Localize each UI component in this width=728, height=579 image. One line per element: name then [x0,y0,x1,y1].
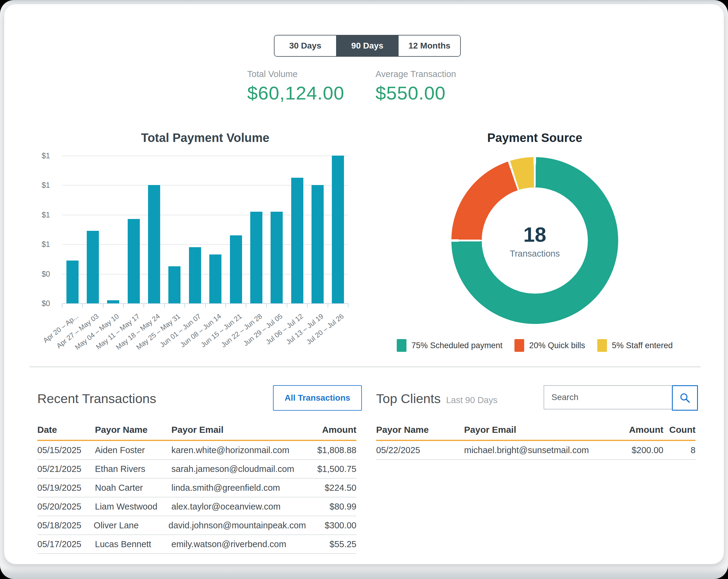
all-transactions-button[interactable]: All Transactions [273,385,362,411]
cell-date: 05/17/2025 [37,539,95,549]
column-header-payor-email: Payor Email [464,425,615,435]
tab-30-days[interactable]: 30 Days [275,35,337,56]
kpi-total-volume-value: $60,124.00 [247,82,344,104]
gridline [62,244,348,245]
table-row: 05/18/2025Oliver Lanedavid.johnson@mount… [37,516,357,535]
cell-amount: $1,500.75 [305,464,357,474]
column-header-date: Date [37,425,95,435]
cell-payor-email: emily.watson@riverbend.com [172,539,305,549]
legend-swatch [597,339,607,352]
cell-payor-email: sarah.jameson@cloudmail.com [172,464,305,474]
section-divider [30,366,701,367]
table-row: 05/15/2025Aiden Fosterkaren.white@horizo… [37,441,357,460]
cell-amount: $1,808.88 [305,445,357,455]
bar-may-18-may-24 [148,185,160,303]
legend-swatch [397,339,407,352]
table-row: 05/17/2025Lucas Bennettemily.watson@rive… [37,535,357,554]
bar-jul-20-jul-26 [332,156,344,303]
cell-payor-email: alex.taylor@oceanview.com [172,502,305,512]
x-axis-tick [103,303,103,308]
top-clients-table: Payor Name Payor Email Amount Count 05/2… [376,423,696,460]
cell-amount: $224.50 [305,483,357,493]
x-axis-tick [123,303,124,308]
bar-jul-06-jul-12 [291,178,303,303]
donut-chart-title: Payment Source [389,131,680,145]
column-header-amount: Amount [305,425,357,435]
kpi-total-volume-label: Total Volume [247,69,344,79]
recent-transactions-header: Date Payor Name Payor Email Amount [37,423,357,441]
bar-jun-29-jul-05 [270,212,283,303]
x-axis-tick [184,303,185,308]
bar-jun-22-jun-28 [250,212,262,303]
table-row: 05/22/2025michael.bright@sunsetmail.com$… [376,441,696,460]
table-row: 05/20/2025Liam Westwoodalex.taylor@ocean… [37,497,357,516]
cell-payor-name: Liam Westwood [95,502,172,512]
cell-payor-name: Aiden Foster [95,445,172,455]
x-axis-tick [348,303,348,308]
cell-count: 8 [664,445,696,455]
kpi-average-transaction: Average Transaction $550.00 [375,69,456,104]
legend-item-scheduled-payment[interactable]: 75% Scheduled payment [397,339,502,352]
recent-transactions-table: Date Payor Name Payor Email Amount 05/15… [37,423,357,554]
column-header-payor-name: Payor Name [95,425,172,435]
recent-transactions-rows: 05/15/2025Aiden Fosterkaren.white@horizo… [37,441,357,554]
bar-chart-title: Total Payment Volume [62,131,348,145]
y-axis-tick-label: $0 [26,270,50,279]
x-axis-tick [164,303,165,308]
column-header-amount: Amount [615,425,664,435]
legend-item-staff-entered[interactable]: 5% Staff entered [597,339,673,352]
date-range-tabs: 30 Days90 Days12 Months [274,35,461,57]
bar-chart-plot: $1$1$1$1$0$0Apr 20 – Ap...Apr 27 – May 0… [62,156,348,304]
bar-jun-15-jun-21 [230,235,242,303]
kpi-total-volume: Total Volume $60,124.00 [247,69,344,104]
y-axis-tick-label: $1 [26,151,50,160]
dashboard-card: 30 Days90 Days12 Months Total Volume $60… [4,4,724,564]
donut-chart: 18 Transactions [451,157,618,324]
tab-12-months[interactable]: 12 Months [398,35,460,56]
x-axis-tick [246,303,246,308]
gridline [62,274,348,274]
x-axis-tick [225,303,226,308]
bar-jun-01-jun-07 [189,247,201,303]
y-axis-tick-label: $1 [26,210,50,219]
search-button[interactable] [672,385,698,411]
x-axis-tick [287,303,287,308]
donut-center-value: 18 [523,222,546,246]
cell-date: 05/20/2025 [37,502,95,512]
bar-may-25-may-31 [168,266,181,303]
y-axis-tick-label: $0 [26,299,50,308]
x-axis-tick [266,303,267,308]
cell-date: 05/18/2025 [37,521,94,530]
search-input[interactable] [544,385,672,410]
legend-swatch [515,339,524,352]
bar-apr-27-may-03 [87,231,99,303]
column-header-payor-name: Payor Name [376,425,464,435]
cell-amount: $300.00 [306,521,357,530]
tab-90-days[interactable]: 90 Days [337,35,399,56]
dashboard-page: 30 Days90 Days12 Months Total Volume $60… [0,0,728,579]
gridline [62,215,348,215]
legend-label: 5% Staff entered [612,341,673,350]
kpi-average-transaction-label: Average Transaction [375,69,456,79]
x-axis-tick [62,303,62,308]
cell-date: 05/15/2025 [37,445,95,455]
cell-payor-name: Oliver Lane [94,521,168,530]
legend-item-quick-bills[interactable]: 20% Quick bills [515,339,585,352]
x-axis-tick [144,303,144,308]
recent-transactions-title: Recent Transactions [37,391,156,406]
cell-amount: $55.25 [305,539,357,549]
cell-date: 05/21/2025 [37,464,95,474]
cell-date: 05/19/2025 [37,483,95,493]
bar-may-11-may-17 [128,219,140,303]
search-icon [679,392,691,404]
top-clients-subtitle: Last 90 Days [446,395,497,405]
cell-amount: $80.99 [305,502,357,512]
top-clients-title-text: Top Clients [376,391,441,406]
donut-center: 18 Transactions [482,187,588,294]
cell-payor-email: karen.white@horizonmail.com [172,445,305,455]
gridline [62,185,348,186]
legend-label: 20% Quick bills [529,341,585,350]
top-clients-title: Top ClientsLast 90 Days [376,391,497,406]
column-header-payor-email: Payor Email [172,425,305,435]
cell-payor-email: michael.bright@sunsetmail.com [464,445,615,455]
